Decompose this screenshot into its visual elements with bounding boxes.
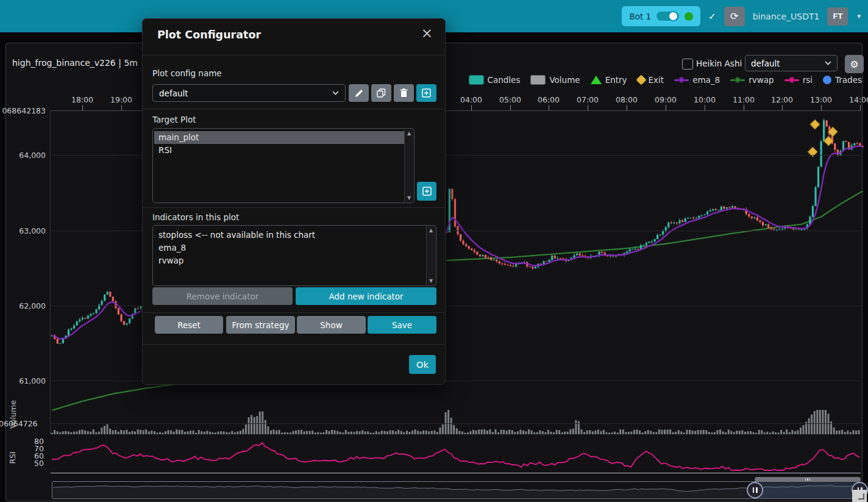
datazoom-selection[interactable] [755,482,861,498]
x-axis-tick [821,105,822,110]
plot-config-select[interactable]: default [745,55,838,71]
x-axis-tick [510,105,511,110]
resize-handle[interactable] [852,490,867,502]
legend-label: Entry [605,75,627,85]
legend-item-exit[interactable]: Exit [638,75,664,85]
legend-item-trades[interactable]: Trades [823,75,862,85]
account-caret-icon: ▾ [857,12,861,20]
config-name-select[interactable]: default [152,84,346,102]
from-strategy-button[interactable]: From strategy [226,316,295,334]
scroll-up-icon[interactable]: ▲ [429,228,433,233]
x-axis-tick [860,105,861,110]
divider [143,109,445,109]
x-axis-tick [666,105,666,110]
legend-label: rsi [803,75,813,85]
x-axis-label: 09:00 [655,95,677,104]
target-plot-option[interactable]: RSI [154,144,413,157]
x-axis-tick [782,105,783,110]
duplicate-config-button[interactable] [371,84,391,102]
legend-item-ema_8[interactable]: ema_8 [674,75,720,85]
x-axis-label: 11:00 [733,95,755,104]
indicator-option[interactable]: rvwap [154,254,435,267]
remove-indicator-button[interactable]: Remove indicator [152,287,293,305]
rsi-axis-line [51,473,861,473]
target-plot-option[interactable]: main_plot [154,131,413,144]
y-axis-line [50,110,51,434]
indicators-scrollbar[interactable]: ▲ ▼ [426,226,435,285]
exit-diamond-icon [636,75,646,85]
y-axis-max-label: 068642183 [0,106,46,115]
datazoom-scrollbar[interactable] [755,477,861,482]
delete-config-button[interactable] [394,84,414,102]
show-button[interactable]: Show [297,316,366,334]
legend-label: Candles [488,75,521,85]
scroll-down-icon[interactable]: ▼ [407,195,411,201]
x-axis-tick [82,105,83,110]
rename-config-button[interactable] [349,84,369,102]
scroll-down-icon[interactable]: ▼ [429,278,433,284]
gridline-volume [51,423,861,424]
x-axis-label: 19:00 [110,95,132,104]
indicators-label: Indicators in this plot [152,212,239,222]
x-axis-tick [549,105,549,110]
target-plot-scrollbar[interactable]: ▲ ▼ [404,129,413,202]
legend-dot [735,77,741,83]
y-axis-label: 63,000 [0,226,46,235]
refresh-button[interactable]: ⟳ [724,7,745,26]
rsi-tick-label: 50 [0,459,44,468]
gear-icon: ⚙ [850,59,858,70]
add-plot-button[interactable] [417,182,436,201]
account-menu-button[interactable]: FT [827,7,848,26]
add-config-button[interactable] [416,84,436,102]
legend-label: Volume [549,75,580,85]
legend-item-rsi[interactable]: rsi [784,75,813,85]
x-axis-label: 10:00 [694,95,716,104]
legend-item-candles[interactable]: Candles [469,75,521,85]
scroll-up-icon[interactable]: ▲ [407,131,411,136]
x-axis-label: 12:00 [771,95,793,104]
x-axis-tick [744,105,744,110]
save-button[interactable]: Save [368,316,436,334]
legend-item-entry[interactable]: Entry [591,75,627,85]
heikin-ashi-checkbox[interactable] [682,59,693,70]
reset-button[interactable]: Reset [155,316,223,334]
target-plot-listbox[interactable]: main_plotRSI ▲ ▼ [152,128,414,203]
datazoom-left-handle[interactable] [747,482,763,498]
legend-swatch-rect [530,75,546,85]
volume-tick-label: 306064726 [0,419,37,428]
ok-button[interactable]: Ok [409,355,436,374]
legend-item-volume[interactable]: Volume [530,75,580,85]
x-axis-label: 04:00 [460,95,482,104]
close-icon[interactable]: × [421,26,433,40]
legend-dot [789,77,795,83]
legend-line-marker [730,79,745,81]
legend-label: ema_8 [692,75,720,85]
indicators-listbox[interactable]: stoploss <-- not available in this chart… [152,225,436,286]
bot-toggle[interactable] [656,12,679,21]
divider [143,312,445,313]
plus-square-icon [422,187,432,196]
entry-triangle-icon [591,76,602,84]
chevron-down-icon [825,61,831,65]
x-axis-tick [705,105,705,110]
chevron-down-icon [332,91,339,95]
legend-label: Trades [835,75,862,85]
datazoom-track[interactable] [52,481,861,499]
x-axis-label: 07:00 [577,95,599,104]
plot-settings-button[interactable]: ⚙ [845,55,864,73]
add-indicator-button[interactable]: Add new indicator [296,287,436,305]
pencil-icon [355,89,363,98]
plot-config-select-value: default [751,59,780,68]
x-axis-label: 06:00 [538,95,560,104]
indicator-option[interactable]: ema_8 [154,242,435,254]
y-axis-label: 61,000 [0,376,46,385]
plus-square-icon [422,88,431,98]
legend-item-rvwap[interactable]: rvwap [730,75,774,85]
config-name-label: Plot config name [152,68,222,78]
bot-online-dot [685,12,693,21]
bot-selector[interactable]: Bot 1 [622,6,700,26]
indicator-option[interactable]: stoploss <-- not available in this chart [154,229,435,242]
refresh-icon: ⟳ [730,10,738,22]
copy-icon [377,88,386,98]
heikin-ashi-label: Heikin Ashi [696,59,742,68]
